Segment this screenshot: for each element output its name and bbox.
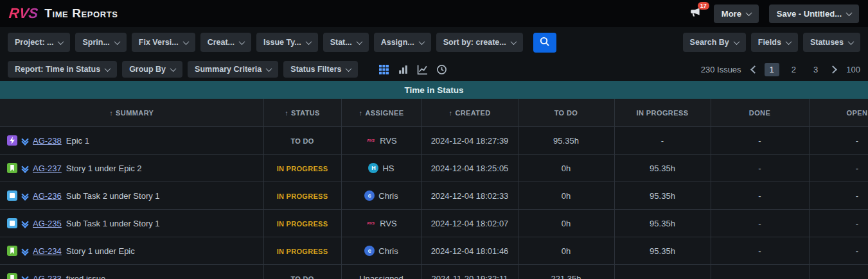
chevron-down-icon	[305, 38, 312, 45]
column-header-in-progress[interactable]: IN PROGRESS	[614, 99, 711, 127]
todo-cell: 0h	[518, 237, 614, 265]
done-cell: -	[711, 127, 809, 155]
sort-arrow-icon: ↑	[448, 109, 452, 117]
app-title: Time Reports	[44, 6, 118, 21]
expand-chevron-icon[interactable]	[22, 275, 28, 279]
chevron-down-icon	[346, 65, 352, 72]
epic-issue-type-icon	[7, 135, 17, 146]
expand-chevron-icon[interactable]	[22, 219, 28, 227]
more-button[interactable]: More	[714, 4, 759, 23]
save-button[interactable]: Save - Untitled...	[769, 4, 859, 23]
topbar-actions: 17 More Save - Untitled...	[687, 4, 859, 23]
column-header-created[interactable]: ↑CREATED	[421, 99, 518, 127]
announcements-button[interactable]: 17	[687, 6, 704, 21]
search-icon	[539, 36, 550, 49]
filter-sprint[interactable]: Sprin...	[75, 33, 126, 52]
issue-key-link[interactable]: AG-238	[33, 136, 62, 146]
in-progress-cell: 95.35h	[614, 155, 711, 182]
column-label: IN PROGRESS	[637, 109, 689, 117]
sort-by-dropdown[interactable]: Sort by: create...	[436, 33, 523, 52]
in-progress-cell: 95.35h	[614, 237, 711, 265]
filter-label: Report: Time in Status	[15, 65, 100, 74]
search-button[interactable]	[533, 33, 556, 53]
created-cell: 2024-12-04 18:27:39	[421, 127, 518, 155]
assignee-avatar: RVS	[366, 135, 376, 146]
assignee-avatar: H	[368, 163, 378, 173]
page-size-button[interactable]: 100	[846, 65, 860, 74]
subtask-issue-type-icon	[7, 218, 17, 228]
table-view-icon[interactable]	[378, 64, 389, 75]
chevron-down-icon	[182, 38, 189, 45]
column-header-summary[interactable]: ↑SUMMARY	[0, 99, 263, 127]
summary-criteria-dropdown[interactable]: Summary Criteria	[188, 61, 278, 78]
status-badge: IN PROGRESS	[277, 192, 328, 200]
issue-key-link[interactable]: AG-236	[33, 191, 62, 201]
filter-label: Assign...	[381, 38, 414, 47]
todo-cell: 0h	[518, 182, 614, 210]
chevron-down-icon	[105, 65, 111, 72]
status-badge: TO DO	[290, 137, 314, 145]
story-issue-type-icon	[7, 273, 17, 279]
fields-dropdown[interactable]: Fields	[751, 33, 798, 52]
chevron-down-icon	[848, 38, 855, 45]
chevron-down-icon	[510, 38, 517, 45]
expand-chevron-icon[interactable]	[22, 247, 28, 255]
filter-project[interactable]: Project: ...	[8, 33, 70, 52]
expand-chevron-icon[interactable]	[22, 137, 28, 144]
column-header-done[interactable]: DONE	[711, 99, 809, 127]
next-page-button[interactable]	[829, 65, 837, 74]
assignee-avatar: c	[364, 246, 375, 256]
column-header-status[interactable]: ↑STATUS	[263, 99, 341, 127]
issue-key-link[interactable]: AG-234	[33, 246, 62, 256]
page-button-3[interactable]: 3	[808, 63, 823, 76]
column-label: STATUS	[291, 109, 320, 117]
column-header-assignee[interactable]: ↑ASSIGNEE	[341, 99, 421, 127]
table-row: AG-235 Sub Task 1 under Story 1 IN PROGR…	[0, 210, 868, 237]
issue-key-link[interactable]: AG-235	[33, 219, 62, 228]
report-type-dropdown[interactable]: Report: Time in Status	[8, 61, 117, 78]
assignee-name: HS	[382, 164, 394, 173]
report-toolbar: Report: Time in Status Group By Summary …	[0, 58, 868, 81]
filter-label: Search By	[690, 38, 729, 47]
chevron-down-icon	[733, 38, 740, 45]
column-header-todo[interactable]: TO DO	[518, 99, 614, 127]
bar-chart-view-icon[interactable]	[398, 64, 409, 75]
app-brand: RVS Time Reports	[9, 5, 118, 22]
expand-chevron-icon[interactable]	[22, 192, 28, 199]
issue-key-link[interactable]: AG-233	[33, 274, 62, 279]
subtask-issue-type-icon	[7, 190, 17, 201]
sort-arrow-icon: ↑	[285, 109, 288, 117]
issue-key-link[interactable]: AG-237	[33, 164, 62, 173]
table-row: AG-233 fixed issue TO DO Unassigned 2024…	[0, 265, 868, 279]
column-header-open[interactable]: OPEN	[809, 99, 868, 127]
chevron-down-icon	[239, 38, 245, 45]
issue-summary: Sub Task 2 under Story 1	[66, 191, 160, 201]
filter-label: Project: ...	[15, 38, 53, 47]
open-cell: -	[809, 265, 868, 279]
created-cell: 2024-12-04 18:02:07	[421, 210, 518, 237]
done-cell: -	[711, 237, 809, 265]
filter-created[interactable]: Creat...	[200, 33, 251, 52]
expand-chevron-icon[interactable]	[22, 164, 28, 172]
clock-view-icon[interactable]	[436, 64, 447, 75]
table-row: AG-237 Story 1 under Epic 2 IN PROGRESS …	[0, 155, 868, 182]
chevron-down-icon	[170, 65, 177, 72]
filter-assignee[interactable]: Assign...	[374, 33, 431, 52]
search-by-dropdown[interactable]: Search By	[683, 33, 746, 52]
report-title: Time in Status	[404, 85, 463, 95]
status-badge: IN PROGRESS	[277, 165, 328, 173]
status-filters-dropdown[interactable]: Status Filters	[283, 61, 358, 78]
in-progress-cell: -	[614, 265, 711, 279]
page-button-2[interactable]: 2	[786, 63, 801, 76]
table-row: AG-234 Story 1 under Epic IN PROGRESS cC…	[0, 237, 868, 265]
filter-status[interactable]: Stat...	[323, 33, 369, 52]
prev-page-button[interactable]	[750, 65, 759, 74]
statuses-dropdown[interactable]: Statuses	[803, 33, 860, 52]
page-button-1[interactable]: 1	[765, 63, 779, 76]
filter-issue-type[interactable]: Issue Ty...	[256, 33, 318, 52]
line-chart-view-icon[interactable]	[417, 64, 428, 75]
assignee-avatar: RVS	[366, 218, 376, 228]
view-switcher	[378, 64, 447, 75]
group-by-dropdown[interactable]: Group By	[122, 61, 182, 78]
filter-fix-version[interactable]: Fix Versi...	[132, 33, 195, 52]
